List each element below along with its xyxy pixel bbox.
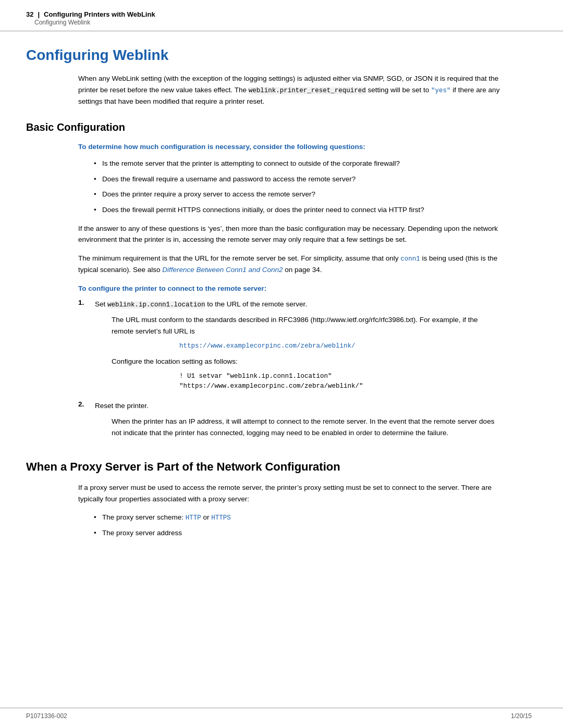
footer-right: 1/20/15 — [511, 712, 532, 720]
intro-paragraph: When any WebLink setting (with the excep… — [78, 73, 500, 107]
intro-text-mid: setting will be set to — [366, 86, 431, 94]
procedure-heading: To configure the printer to connect to t… — [78, 285, 500, 292]
main-content: Configuring Weblink When any WebLink set… — [0, 31, 563, 708]
header-page-number: 32 | Configuring Printers with WebLink — [26, 10, 155, 18]
proxy-bullet-1: The proxy server scheme: HTTP or HTTPS — [94, 512, 500, 523]
step-2-number: 2. — [78, 400, 91, 408]
step2-text: Reset the printer. — [95, 402, 149, 410]
http-link: HTTP — [186, 514, 201, 522]
procedure-block: To configure the printer to connect to t… — [78, 285, 500, 443]
footer-left: P1071336-002 — [26, 712, 67, 720]
sub-chapter: Configuring Weblink — [26, 18, 155, 27]
proxy-bullets-list: The proxy server scheme: HTTP or HTTPS T… — [94, 512, 500, 539]
basic-config-heading: Basic Configuration — [26, 121, 532, 133]
pipe-separator: | — [38, 10, 40, 18]
proxy-bullet1-start: The proxy server scheme: — [102, 513, 186, 521]
step1-url-code: https://www.examplecorpinc.com/zebra/web… — [179, 341, 500, 351]
step1-end: to the URL of the remote server. — [205, 300, 307, 308]
para2-start: The minimum requirement is that the URL … — [78, 254, 400, 262]
diff-link[interactable]: Difference Between Conn1 and Conn2 — [162, 266, 283, 274]
page: 32 | Configuring Printers with WebLink C… — [0, 0, 563, 728]
step1-sub1: The URL must conform to the standards de… — [112, 314, 500, 391]
header-left: 32 | Configuring Printers with WebLink C… — [26, 10, 155, 27]
questions-list: Is the remote server that the printer is… — [94, 158, 500, 215]
page-title: Configuring Weblink — [26, 47, 532, 64]
proxy-bullet1-or: or — [201, 513, 212, 521]
para2: The minimum requirement is that the URL … — [78, 253, 500, 276]
page-header: 32 | Configuring Printers with WebLink C… — [0, 0, 563, 31]
step-1-number: 1. — [78, 299, 91, 306]
page-number: 32 — [26, 10, 33, 18]
step-2: 2. Reset the printer. When the printer h… — [78, 400, 500, 443]
step-2-content: Reset the printer. When the printer has … — [95, 400, 500, 443]
intro-code: weblink.printer_reset_required — [249, 87, 366, 94]
para1: If the answer to any of these questions … — [78, 223, 500, 245]
step-1: 1. Set weblink.ip.conn1.location to the … — [78, 299, 500, 396]
step1-code: weblink.ip.conn1.location — [107, 301, 205, 309]
page-footer: P1071336-002 1/20/15 — [0, 708, 563, 728]
list-item: Does the firewall require a username and… — [94, 174, 500, 185]
list-item: Is the remote server that the printer is… — [94, 158, 500, 169]
https-link: HTTPS — [211, 514, 231, 522]
step1-sub1-text: The URL must conform to the standards de… — [112, 314, 500, 337]
step1-code-block1: ! U1 setvar "weblink.ip.conn1.location" … — [179, 372, 500, 391]
proxy-intro: If a proxy server must be used to access… — [78, 482, 500, 504]
step-1-content: Set weblink.ip.conn1.location to the URL… — [95, 299, 500, 396]
chapter-title: Configuring Printers with WebLink — [44, 10, 155, 18]
intro-yes: "yes" — [431, 87, 451, 94]
conn1-code: conn1 — [400, 255, 420, 263]
step2-sub: When the printer has an IP address, it w… — [112, 416, 500, 438]
list-item: Does the printer require a proxy server … — [94, 189, 500, 200]
proxy-bullet-2: The proxy server address — [94, 527, 500, 539]
step1-sub2-text: Configure the location setting as follow… — [112, 356, 500, 367]
list-item: Does the firewall permit HTTPS connectio… — [94, 204, 500, 216]
proxy-section-heading: When a Proxy Server is Part of the Netwo… — [26, 460, 532, 474]
subsection-questions-heading: To determine how much configuration is n… — [78, 143, 532, 151]
step2-sub-text: When the printer has an IP address, it w… — [112, 416, 500, 438]
step1-start: Set — [95, 300, 107, 308]
proxy-bullet2-text: The proxy server address — [102, 529, 182, 537]
para2-end: on page 34. — [283, 266, 322, 274]
